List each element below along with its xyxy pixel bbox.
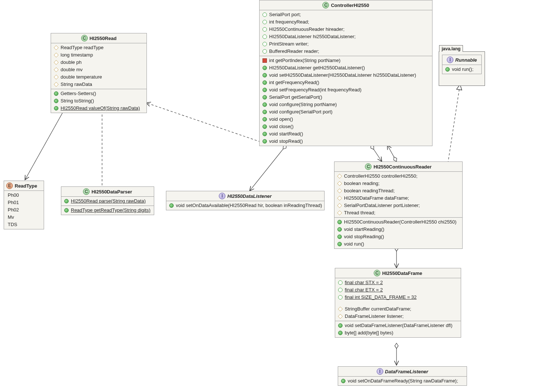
- visibility-public-icon: [262, 88, 267, 92]
- visibility-protected-icon: [54, 45, 58, 50]
- visibility-package-icon: [338, 288, 343, 292]
- visibility-public-icon: [262, 117, 267, 121]
- visibility-protected-icon: [54, 75, 58, 79]
- visibility-public-icon: [262, 66, 267, 70]
- interface-icon: I: [219, 193, 225, 199]
- svg-line-6: [448, 84, 460, 163]
- enum-title: E ReadType: [4, 181, 44, 191]
- class-title: C HI2550Read: [51, 33, 146, 43]
- interface-icon: I: [447, 57, 453, 63]
- enum-title-text: ReadType: [15, 183, 37, 189]
- visibility-private-icon: [262, 58, 267, 63]
- visibility-public-icon: [445, 67, 450, 72]
- svg-line-3: [250, 145, 286, 191]
- class-HI2550Read[interactable]: C HI2550Read ReadType readType long time…: [51, 33, 147, 113]
- class-icon: C: [365, 163, 372, 170]
- visibility-public-icon: [54, 106, 58, 110]
- interface-icon: I: [377, 368, 383, 375]
- visibility-public-icon: [64, 208, 69, 213]
- visibility-public-icon: [337, 227, 342, 232]
- visibility-protected-icon: [337, 196, 342, 200]
- visibility-protected-icon: [54, 60, 58, 65]
- visibility-public-icon: [262, 124, 267, 129]
- svg-line-2: [146, 103, 264, 143]
- class-icon: C: [83, 188, 90, 195]
- visibility-protected-icon: [337, 174, 342, 178]
- visibility-public-icon: [337, 220, 342, 224]
- visibility-package-icon: [262, 20, 267, 24]
- package-java-lang[interactable]: java.lang I Runnable void run();: [439, 51, 485, 86]
- visibility-package-icon: [262, 49, 267, 54]
- class-HI2550ContinuousReader[interactable]: C HI2550ContinuousReader ControllerHI255…: [334, 161, 463, 249]
- class-title: C HI2550ContinuousReader: [334, 162, 462, 172]
- interface-DataFrameListener[interactable]: I DataFrameListener void setOnDataFrameR…: [338, 366, 467, 386]
- visibility-protected-icon: [337, 181, 342, 186]
- visibility-public-icon: [338, 331, 343, 335]
- visibility-public-icon: [262, 139, 267, 144]
- package-label: java.lang: [439, 45, 463, 52]
- visibility-public-icon: [338, 323, 343, 328]
- class-HI2550DataParser[interactable]: C HI2550DataParser HI2550Read parse(Stri…: [61, 186, 154, 215]
- interface-title: I HI2550DataListener: [166, 191, 324, 201]
- class-icon: C: [322, 2, 329, 8]
- enum-icon: E: [6, 182, 13, 189]
- visibility-package-icon: [338, 295, 343, 300]
- class-icon: C: [81, 35, 88, 41]
- visibility-public-icon: [262, 95, 267, 99]
- visibility-protected-icon: [337, 203, 342, 208]
- class-title: C HI2550DataFrame: [335, 268, 461, 278]
- visibility-public-icon: [262, 102, 267, 107]
- visibility-protected-icon: [338, 314, 343, 319]
- visibility-public-icon: [262, 110, 267, 114]
- visibility-package-icon: [262, 42, 267, 46]
- svg-line-5: [387, 145, 397, 161]
- visibility-public-icon: [262, 73, 267, 77]
- visibility-protected-icon: [54, 52, 58, 57]
- interface-Runnable[interactable]: I Runnable void run();: [442, 55, 482, 74]
- visibility-package-icon: [338, 280, 343, 285]
- visibility-public-icon: [262, 80, 267, 85]
- interface-title: I DataFrameListener: [338, 367, 467, 377]
- visibility-public-icon: [54, 91, 58, 96]
- visibility-public-icon: [337, 242, 342, 246]
- visibility-package-icon: [262, 35, 267, 39]
- class-title: C HI2550DataParser: [61, 187, 154, 197]
- visibility-public-icon: [64, 199, 69, 203]
- visibility-public-icon: [341, 379, 345, 383]
- svg-line-4: [371, 145, 382, 161]
- interface-title: I Runnable: [442, 55, 481, 65]
- class-HI2550DataFrame[interactable]: C HI2550DataFrame final char STX = 2 fin…: [335, 268, 461, 338]
- class-title: C ControllerHI2550: [260, 0, 432, 10]
- interface-HI2550DataListener[interactable]: I HI2550DataListener void setOnDataAvail…: [166, 191, 325, 210]
- visibility-protected-icon: [54, 67, 58, 72]
- visibility-public-icon: [337, 235, 342, 239]
- visibility-protected-icon: [54, 82, 58, 87]
- visibility-protected-icon: [337, 210, 342, 215]
- svg-line-0: [25, 106, 66, 180]
- class-title-text: HI2550Read: [90, 36, 117, 41]
- visibility-protected-icon: [338, 306, 343, 311]
- visibility-protected-icon: [337, 188, 342, 193]
- class-icon: C: [374, 270, 380, 276]
- visibility-public-icon: [54, 99, 58, 103]
- visibility-public-icon: [262, 132, 267, 136]
- visibility-package-icon: [262, 27, 267, 32]
- class-ControllerHI2550[interactable]: C ControllerHI2550 SerialPort port; int …: [259, 0, 432, 146]
- visibility-package-icon: [262, 12, 267, 17]
- visibility-public-icon: [169, 203, 174, 208]
- enum-ReadType[interactable]: E ReadType Ph00 Ph01 Ph02 Mv TDS: [4, 181, 44, 229]
